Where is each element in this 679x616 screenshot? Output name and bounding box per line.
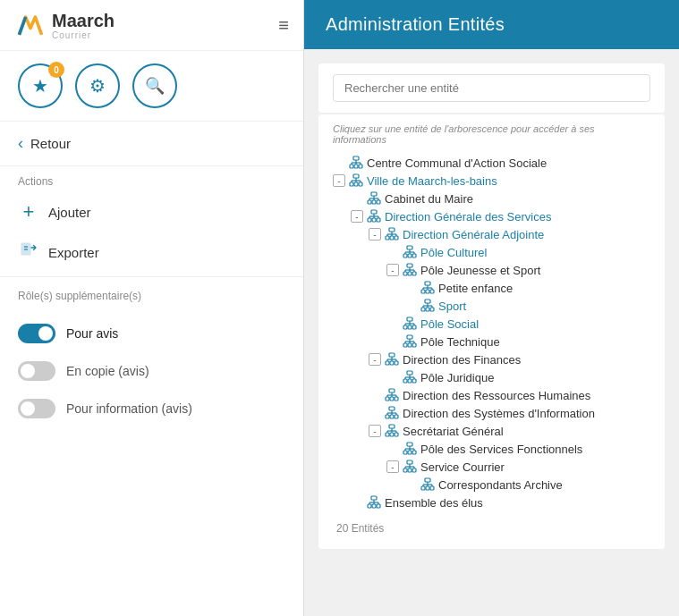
svg-rect-86 bbox=[408, 325, 412, 329]
org-icon-psf bbox=[403, 442, 417, 456]
tree-node-centre-communal[interactable]: Centre Communal d'Action Sociale bbox=[333, 154, 650, 172]
label-pole-jeunesse: Pôle Jeunesse et Sport bbox=[420, 264, 540, 277]
children-dir-finances: Pôle Juridique bbox=[386, 368, 650, 386]
expand-dir-finances[interactable]: - bbox=[369, 353, 381, 366]
star-icon: ★ bbox=[32, 75, 48, 97]
children-service-courrier: Correspondants Archive bbox=[404, 476, 650, 494]
tree-root: Centre Communal d'Action Sociale - Ville… bbox=[333, 154, 650, 511]
tree-node-pole-technique[interactable]: Pôle Technique bbox=[386, 333, 650, 350]
svg-rect-122 bbox=[390, 397, 394, 401]
tree-node-service-courrier[interactable]: - Service Courrier bbox=[386, 458, 650, 476]
svg-rect-147 bbox=[407, 443, 412, 446]
svg-rect-96 bbox=[412, 343, 416, 347]
svg-rect-30 bbox=[371, 210, 377, 214]
label-sg: Secrétariat Général bbox=[403, 425, 504, 438]
expand-dga[interactable]: - bbox=[369, 228, 381, 240]
export-action-item[interactable]: Exporter bbox=[0, 232, 303, 273]
search-input[interactable] bbox=[333, 74, 650, 102]
svg-rect-57 bbox=[407, 264, 412, 267]
divider bbox=[0, 276, 303, 277]
svg-rect-177 bbox=[377, 504, 380, 508]
svg-rect-12 bbox=[353, 174, 359, 178]
expand-service-courrier[interactable]: - bbox=[386, 460, 399, 473]
search-button[interactable]: 🔍 bbox=[132, 63, 177, 108]
label-pole-social: Pôle Social bbox=[420, 317, 479, 331]
svg-rect-114 bbox=[412, 379, 416, 383]
tree-node-ville-maarch[interactable]: - Ville de Maarch-les-bains bbox=[333, 172, 650, 190]
roles-section-label: Rôle(s) supplémentaire(s) bbox=[18, 290, 285, 302]
tree-node-ensemble-elus[interactable]: Ensemble des élus bbox=[351, 494, 650, 511]
toggle-pour-avis-label: Pour avis bbox=[66, 326, 118, 341]
logo-text-area: Maarch Courrier bbox=[52, 11, 115, 40]
svg-rect-93 bbox=[407, 335, 412, 339]
tree-node-sg[interactable]: - Secrétariat Général bbox=[369, 422, 650, 440]
expand-dgs[interactable]: - bbox=[351, 210, 363, 223]
tree-node-cabinet-maire[interactable]: Cabinet du Maire bbox=[351, 190, 650, 207]
back-button[interactable]: ‹ Retour bbox=[0, 122, 303, 166]
plus-icon: + bbox=[18, 200, 39, 224]
svg-rect-85 bbox=[403, 325, 407, 329]
svg-rect-22 bbox=[368, 200, 371, 204]
svg-rect-24 bbox=[377, 200, 380, 204]
search-bar-container bbox=[318, 63, 665, 113]
expand-sg[interactable]: - bbox=[369, 425, 381, 437]
add-action-item[interactable]: + Ajouter bbox=[0, 191, 303, 232]
expand-ville-maarch[interactable]: - bbox=[333, 174, 345, 187]
tree-node-pole-jeunesse[interactable]: - Pôle Jeunesse et Sport bbox=[386, 261, 650, 279]
toggle-pour-avis[interactable] bbox=[18, 324, 55, 343]
page-title: Administration Entités bbox=[326, 14, 505, 34]
label-dsi: Direction des Systèmes d'Information bbox=[403, 407, 595, 420]
export-action-label: Exporter bbox=[48, 245, 99, 260]
toggle-pour-info[interactable] bbox=[18, 399, 55, 418]
svg-rect-31 bbox=[368, 218, 371, 222]
tree-node-sport[interactable]: Sport bbox=[404, 297, 650, 315]
tree-node-drh[interactable]: Direction des Ressources Humaines bbox=[369, 386, 650, 404]
svg-rect-13 bbox=[350, 182, 353, 186]
label-ville-maarch: Ville de Maarch-les-bains bbox=[367, 174, 497, 188]
children-pole-jeunesse: Petite enfance Sport bbox=[404, 279, 650, 315]
svg-rect-14 bbox=[354, 182, 358, 186]
add-action-label: Ajouter bbox=[48, 205, 91, 220]
main-body: Cliquez sur une entité de l'arborescence… bbox=[304, 49, 679, 616]
svg-rect-103 bbox=[386, 361, 389, 365]
tree-node-pole-juridique[interactable]: Pôle Juridique bbox=[386, 368, 650, 386]
label-centre-communal: Centre Communal d'Action Sociale bbox=[367, 156, 547, 170]
favorites-button[interactable]: ★ 0 bbox=[18, 63, 63, 108]
tree-node-correspondants-archive[interactable]: Correspondants Archive bbox=[404, 476, 650, 494]
svg-rect-6 bbox=[359, 165, 362, 168]
svg-rect-39 bbox=[389, 228, 395, 232]
org-icon-dsi bbox=[385, 406, 399, 420]
label-psf: Pôle des Services Fonctionnels bbox=[420, 443, 582, 456]
toggle-en-copie-row: En copie (avis) bbox=[0, 352, 303, 390]
svg-rect-130 bbox=[386, 415, 389, 418]
tree-node-dga[interactable]: - Direction Générale Adjointe bbox=[369, 225, 650, 243]
tree-node-dsi[interactable]: Direction des Systèmes d'Information bbox=[369, 404, 650, 422]
svg-rect-94 bbox=[403, 343, 407, 347]
settings-button[interactable]: ⚙ bbox=[75, 63, 120, 108]
svg-rect-166 bbox=[421, 486, 425, 490]
children-dgs: - Direction Générale Adjointe Pôle Cultu… bbox=[369, 225, 650, 494]
svg-rect-78 bbox=[430, 308, 434, 311]
hamburger-icon[interactable]: ≡ bbox=[278, 15, 289, 36]
toggle-en-copie[interactable] bbox=[18, 361, 55, 381]
svg-rect-21 bbox=[371, 192, 377, 196]
svg-rect-138 bbox=[389, 425, 395, 428]
logo-name: Maarch bbox=[52, 11, 115, 30]
svg-rect-50 bbox=[408, 254, 412, 257]
svg-rect-150 bbox=[412, 451, 416, 454]
entity-count: 20 Entités bbox=[333, 522, 650, 535]
tree-node-pole-culturel[interactable]: Pôle Culturel bbox=[386, 243, 650, 261]
expand-pole-jeunesse[interactable]: - bbox=[386, 264, 399, 276]
tree-node-dir-finances[interactable]: - Direction des Finances bbox=[369, 350, 650, 368]
children-ville-maarch: Cabinet du Maire - Direction Générale de… bbox=[351, 190, 650, 511]
svg-rect-113 bbox=[408, 379, 412, 383]
tree-node-direction-generale[interactable]: - Direction Générale des Services bbox=[351, 207, 650, 225]
svg-rect-42 bbox=[395, 236, 398, 240]
tree-node-psf[interactable]: Pôle des Services Fonctionnels bbox=[386, 440, 650, 458]
logo-area: Maarch Courrier bbox=[14, 9, 115, 41]
tree-node-pole-social[interactable]: Pôle Social bbox=[386, 315, 650, 333]
svg-rect-176 bbox=[372, 504, 376, 508]
tree-node-petite-enfance[interactable]: Petite enfance bbox=[404, 279, 650, 297]
svg-rect-15 bbox=[359, 182, 362, 186]
tree-container: Cliquez sur une entité de l'arborescence… bbox=[318, 114, 665, 549]
